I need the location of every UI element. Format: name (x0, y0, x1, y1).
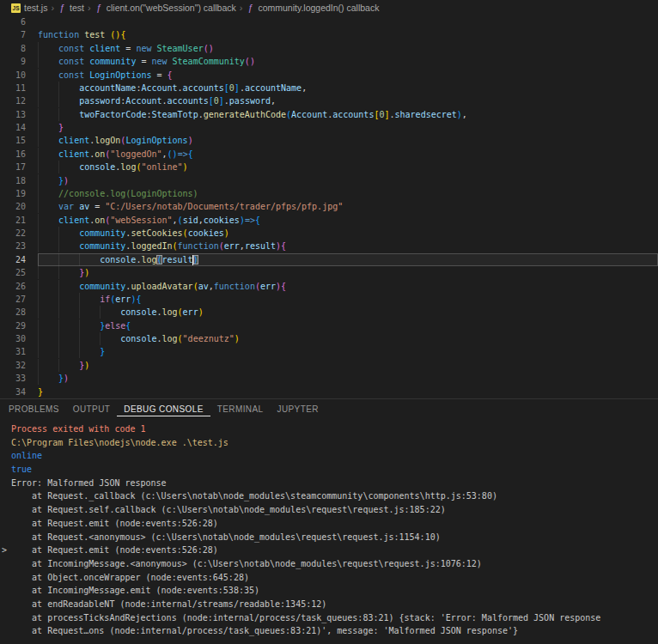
code-line-content: } (38, 345, 658, 358)
code-line-22[interactable]: 22community.setCookies(cookies) (0, 227, 658, 240)
breadcrumb-label: test (70, 3, 84, 13)
debug-console-output: Process exited with code 1C:\Program Fil… (11, 422, 658, 638)
code-line-32[interactable]: 32}) (0, 359, 658, 372)
code-line-23[interactable]: 23community.loggedIn(function(err,result… (0, 240, 658, 252)
indent-guide (38, 240, 58, 252)
code-line-content: if(err){ (38, 293, 658, 306)
code-line-content: console.log(result) (38, 253, 658, 266)
code-line-content: var av = "C:/Users/notab/Documents/trade… (38, 200, 658, 213)
code-token: } (100, 347, 105, 356)
breadcrumb-item[interactable]: ƒclient.on("webSession") callback (94, 3, 236, 13)
indent-guide (58, 161, 79, 173)
line-number: 6 (0, 15, 26, 28)
indent-guide (38, 42, 58, 55)
code-token: { (168, 70, 173, 80)
code-token: function (178, 241, 219, 251)
code-line-16[interactable]: 16client.on("loggedOn",()=>{ (0, 148, 658, 161)
bottom-panel: PROBLEMSOUTPUTDEBUG CONSOLETERMINALJUPYT… (0, 398, 658, 644)
code-line-content: }) (38, 359, 658, 372)
code-line-9[interactable]: 9const community = new SteamCommunity() (0, 55, 658, 68)
vscode-window: JStest.js›ƒtest›ƒclient.on("webSession")… (0, 0, 658, 644)
panel-tab-jupyter[interactable]: JUPYTER (271, 402, 326, 416)
code-token: { (188, 149, 193, 159)
code-line-27[interactable]: 27if(err){ (0, 293, 658, 306)
breadcrumb-item[interactable]: JStest.js (11, 3, 47, 13)
code-token: //console.log(LoginOptions) (58, 189, 198, 198)
indent-guide (58, 253, 79, 266)
code-token: ) (183, 162, 188, 172)
indent-guide (58, 94, 79, 107)
line-number: 7 (0, 28, 26, 41)
panel-tab-terminal[interactable]: TERMINAL (210, 402, 271, 416)
code-line-14[interactable]: 14} (0, 121, 658, 134)
code-token: console (79, 162, 115, 172)
code-line-29[interactable]: 29}else{ (0, 319, 658, 332)
code-line-15[interactable]: 15client.logOn(LoginOptions) (0, 134, 658, 147)
code-line-content: const community = new SteamCommunity() (38, 55, 658, 68)
indent-guide (79, 345, 100, 358)
code-line-10[interactable]: 10const LoginOptions = { (0, 69, 658, 82)
code-line-33[interactable]: 33}) (0, 372, 658, 385)
code-line-content: function test (){ (38, 28, 658, 41)
code-line-18[interactable]: 18}) (0, 174, 658, 187)
code-line-30[interactable]: 30console.log("deeznutz") (0, 332, 658, 345)
line-number: 12 (0, 94, 26, 107)
code-line-25[interactable]: 25}) (0, 266, 658, 279)
code-token: password (79, 96, 120, 106)
code-token: Account (291, 110, 327, 119)
breadcrumb-separator: › (51, 3, 54, 13)
breadcrumb-item[interactable]: ƒtest (58, 3, 84, 13)
debug-console[interactable]: > Process exited with code 1C:\Program F… (0, 418, 658, 644)
code-token: err (224, 241, 240, 251)
code-line-17[interactable]: 17console.log("online") (0, 161, 658, 173)
panel-tab-output[interactable]: OUTPUT (66, 402, 118, 416)
indent-guide (38, 293, 58, 306)
code-token: cookies (204, 216, 240, 225)
code-token: community (89, 57, 136, 66)
code-token: log (162, 334, 178, 343)
breadcrumb-item[interactable]: ƒcommunity.loggedIn() callback (246, 3, 379, 13)
indent-guide (38, 55, 58, 68)
indent-guide (38, 200, 58, 213)
console-line: at Request._callback (c:\Users\notab\nod… (11, 489, 658, 503)
code-line-content: password:Account.accounts[0].password, (38, 94, 658, 107)
code-line-31[interactable]: 31} (0, 345, 658, 358)
indent-guide (58, 227, 79, 240)
code-line-20[interactable]: 20var av = "C:/Users/notab/Documents/tra… (0, 200, 658, 213)
indent-guide (58, 240, 79, 252)
code-line-content: } (38, 121, 658, 134)
code-line-28[interactable]: 28console.log(err) (0, 306, 658, 319)
code-line-24[interactable]: 24console.log(result) (0, 253, 658, 266)
indent-guide (58, 306, 79, 319)
code-line-26[interactable]: 26community.uploadAvatar(av,function(err… (0, 280, 658, 293)
code-token: av (79, 202, 89, 211)
panel-tab-problems[interactable]: PROBLEMS (2, 402, 66, 416)
code-line-content: community.loggedIn(function(err,result){ (38, 240, 658, 252)
panel-tab-debug-console[interactable]: DEBUG CONSOLE (117, 402, 210, 416)
code-line-11[interactable]: 11accountName:Account.accounts[0].accoun… (0, 82, 658, 94)
code-token: result (245, 241, 276, 251)
code-token: { (255, 216, 260, 225)
code-token: sid (183, 216, 198, 225)
code-line-6[interactable]: 6 (0, 15, 658, 28)
breadcrumb-separator: › (88, 3, 91, 13)
code-line-content: const LoginOptions = { (38, 69, 658, 82)
indent-guide (38, 161, 58, 173)
console-line: at Request.emit (node:events:526:28) (11, 544, 658, 557)
code-line-19[interactable]: 19//console.log(LoginOptions) (0, 187, 658, 200)
indent-guide (58, 319, 79, 332)
code-token: , (462, 110, 467, 119)
code-line-34[interactable]: 34} (0, 386, 658, 398)
code-editor[interactable]: 67function test (){8const client = new S… (0, 15, 658, 398)
code-token: password (229, 96, 271, 106)
code-line-7[interactable]: 7function test (){ (0, 28, 658, 41)
code-token: "deeznutz" (183, 334, 235, 343)
indent-guide (58, 345, 79, 358)
code-line-12[interactable]: 12password:Account.accounts[0].password, (0, 94, 658, 107)
indent-guide (38, 121, 58, 134)
code-token: loggedIn (131, 241, 172, 251)
code-line-13[interactable]: 13twoFactorCode:SteamTotp.generateAuthCo… (0, 108, 658, 121)
expand-chevron-icon[interactable]: > (2, 544, 7, 557)
code-line-8[interactable]: 8const client = new SteamUser() (0, 42, 658, 55)
code-line-21[interactable]: 21client.on("webSession",(sid,cookies)=>… (0, 214, 658, 227)
